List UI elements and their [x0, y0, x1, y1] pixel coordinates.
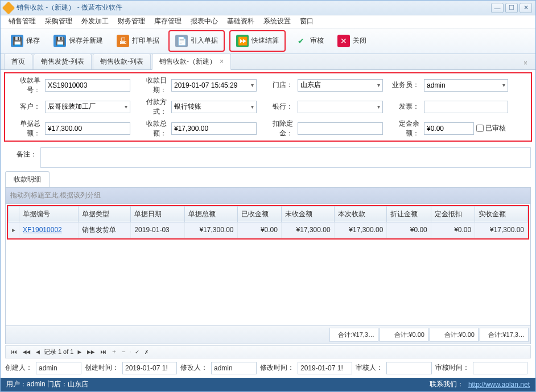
approve-button[interactable]: ✔审核	[290, 32, 328, 49]
summary-deposit: 合计:¥0.00	[430, 328, 479, 342]
col-doc-type[interactable]: 单据类型	[78, 206, 131, 222]
status-url-link[interactable]: http://www.aolan.net	[468, 381, 530, 389]
row-indicator-icon: ▸	[9, 222, 19, 238]
label-invoice: 发票：	[386, 102, 420, 112]
pg-next[interactable]: ▶	[76, 348, 83, 356]
label-approve-time: 审核时间：	[435, 363, 469, 373]
pg-remove[interactable]: −	[120, 348, 127, 356]
form-panel: 收款单号： 收款日期： 门店： 业务员： 客户： 付款方式： 银行： 发票： 单…	[4, 72, 532, 142]
save-button[interactable]: 💾保存	[6, 32, 44, 49]
modifier-field: admin	[211, 362, 257, 374]
cell-this-receipt: ¥17,300.00	[334, 222, 387, 238]
tab-home[interactable]: 首页	[4, 53, 32, 69]
maximize-button[interactable]: ☐	[505, 3, 518, 13]
pg-confirm[interactable]: ✓	[134, 348, 141, 356]
pg-first[interactable]: ⏮	[9, 348, 19, 356]
store-field[interactable]	[298, 79, 383, 92]
titlebar: 销售收款 -（新建） - 傲蓝布业软件 — ☐ ✕	[1, 1, 535, 15]
pg-prev-page[interactable]: ◀◀	[21, 348, 32, 356]
print-button[interactable]: 🖶打印单据	[112, 32, 164, 49]
deduct-deposit-field[interactable]	[298, 122, 383, 135]
cell-doc-date: 2019-01-03	[131, 222, 184, 238]
tabstrip-close[interactable]: ×	[519, 57, 532, 69]
cell-doc-no[interactable]: XF19010002	[19, 222, 79, 238]
import-button[interactable]: 📄引入单据	[171, 32, 222, 49]
modify-time-field: 2019-01-07 1!	[298, 362, 352, 374]
tab-close-icon[interactable]: ×	[220, 57, 224, 65]
deposit-balance-field[interactable]	[424, 122, 474, 135]
paginator: ⏮ ◀◀ ◀ 记录 1 of 1 ▶ ▶▶ ⏭ + − · ✓ ✗	[5, 345, 531, 358]
receipt-date-field[interactable]	[171, 79, 257, 92]
col-doc-no[interactable]: 单据编号	[19, 206, 79, 222]
label-total-amount: 单据总额：	[7, 119, 42, 138]
print-icon: 🖶	[117, 35, 129, 47]
label-receipt-date: 收款日期：	[134, 76, 168, 95]
label-deduct-deposit: 扣除定金：	[260, 119, 294, 138]
menu-settings[interactable]: 系统设置	[261, 15, 293, 27]
group-by-hint: 拖动列标题至此,根据该列分组	[6, 188, 530, 204]
summary-actual: 合计:¥17,3…	[480, 328, 529, 342]
save-icon: 💾	[11, 35, 23, 47]
pg-last[interactable]: ⏭	[98, 348, 108, 356]
create-time-field: 2019-01-07 1!	[122, 362, 177, 374]
tab-sales-delivery-list[interactable]: 销售发货-列表	[34, 53, 92, 69]
cell-discount: ¥0.00	[387, 222, 431, 238]
calc-icon: ⏩	[236, 35, 249, 47]
approved-checkbox[interactable]: 已审核	[476, 123, 506, 133]
quick-calc-button[interactable]: ⏩快速结算	[232, 32, 283, 49]
menu-finance[interactable]: 财务管理	[116, 15, 147, 27]
bank-field[interactable]	[298, 101, 383, 113]
remark-field[interactable]	[40, 147, 531, 168]
invoice-field[interactable]	[424, 101, 508, 113]
close-window-button[interactable]: ✕	[519, 3, 532, 13]
menu-purchase[interactable]: 采购管理	[43, 15, 75, 27]
approve-time-field	[473, 362, 527, 374]
col-this-receipt[interactable]: 本次收款	[334, 206, 387, 222]
col-discount[interactable]: 折让金额	[387, 206, 431, 222]
pg-next-page[interactable]: ▶▶	[85, 348, 96, 356]
label-deposit-balance: 定金余额：	[386, 119, 420, 138]
col-doc-date[interactable]: 单据日期	[131, 206, 184, 222]
customer-field[interactable]	[45, 101, 130, 113]
remark-row: 备注：	[5, 147, 531, 168]
col-total[interactable]: 单据总额	[184, 206, 237, 222]
table-row[interactable]: ▸ XF19010002 销售发货单 2019-01-03 ¥17,300.00…	[9, 222, 528, 238]
menu-masterdata[interactable]: 基础资料	[225, 15, 257, 27]
pg-prev[interactable]: ◀	[34, 348, 42, 356]
save-new-button[interactable]: 💾保存并新建	[49, 32, 108, 49]
subtab-receipt-detail[interactable]: 收款明细	[5, 171, 50, 187]
receipt-total-field[interactable]	[171, 122, 257, 135]
menu-outsource[interactable]: 外发加工	[79, 15, 111, 27]
label-salesperson: 业务员：	[386, 80, 420, 90]
col-actual[interactable]: 实收金额	[475, 206, 528, 222]
total-amount-field[interactable]	[45, 122, 130, 135]
close-button[interactable]: ✕关闭	[333, 32, 371, 49]
label-remark: 备注：	[5, 147, 37, 159]
menu-inventory[interactable]: 库存管理	[152, 15, 184, 27]
col-received[interactable]: 已收金额	[237, 206, 281, 222]
col-deposit[interactable]: 定金抵扣	[431, 206, 475, 222]
minimize-button[interactable]: —	[491, 3, 504, 13]
close-icon: ✕	[337, 35, 350, 47]
tab-sales-receipt-new[interactable]: 销售收款-（新建）×	[152, 53, 231, 70]
payment-method-field[interactable]	[171, 101, 257, 113]
salesperson-field[interactable]	[424, 79, 508, 92]
subtab-strip: 收款明细	[5, 171, 531, 187]
menu-reports[interactable]: 报表中心	[188, 15, 220, 27]
pg-add[interactable]: +	[110, 348, 118, 356]
label-customer: 客户：	[7, 102, 42, 112]
pg-cancel[interactable]: ✗	[143, 348, 150, 356]
tab-sales-receipt-list[interactable]: 销售收款-列表	[93, 53, 151, 69]
quickcalc-highlight: ⏩快速结算	[229, 30, 286, 52]
status-user-store: 用户：admin 门店：山东店	[6, 379, 88, 389]
label-bank: 银行：	[260, 102, 294, 112]
menu-window[interactable]: 窗口	[298, 15, 316, 27]
window-controls: — ☐ ✕	[491, 3, 532, 13]
menu-sales[interactable]: 销售管理	[6, 15, 38, 27]
save-new-icon: 💾	[53, 35, 66, 47]
status-bar: 用户：admin 门店：山东店 联系我们： http://www.aolan.n…	[1, 378, 535, 391]
cell-actual: ¥17,300.00	[475, 222, 528, 238]
col-unreceived[interactable]: 未收金额	[281, 206, 334, 222]
receipt-no-field[interactable]	[45, 79, 130, 92]
window-title: 销售收款 -（新建） - 傲蓝布业软件	[17, 3, 491, 13]
